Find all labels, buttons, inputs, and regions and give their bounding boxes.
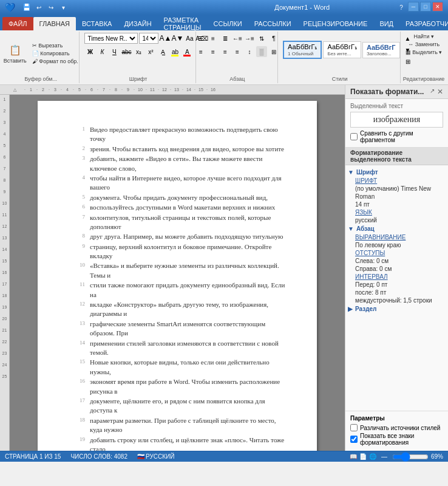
tree-prop-name[interactable]: ШРИФТ <box>355 177 377 184</box>
line-number: 5 <box>74 193 85 202</box>
status-bar: СТРАНИЦА 1 ИЗ 15 ЧИСЛО СЛОВ: 4082 🇷🇺 РУС… <box>0 451 448 462</box>
tab-insert[interactable]: ВСТАВКА <box>76 17 118 30</box>
tab-developer[interactable]: РАЗРАБОТЧИК <box>399 17 448 30</box>
font-color-button[interactable]: А <box>182 46 192 57</box>
bold-button[interactable]: Ж <box>84 46 95 57</box>
tab-home[interactable]: ГЛАВНАЯ <box>33 17 76 30</box>
increase-indent-button[interactable]: →≡ <box>244 33 255 44</box>
line-spacing-button[interactable]: ↕ <box>244 46 255 57</box>
align-left-button[interactable]: ≡ <box>195 46 206 57</box>
align-center-button[interactable]: ≡ <box>208 46 219 57</box>
maximize-button[interactable]: □ <box>420 2 431 12</box>
scroll-content[interactable]: 1Видео предоставляет прекрасную возможно… <box>10 95 345 451</box>
line-number: 16 <box>74 377 85 396</box>
cut-button[interactable]: ✂ Вырезать <box>30 42 81 49</box>
numbering-button[interactable]: ≡ <box>208 33 219 44</box>
sort-button[interactable]: ⇅ <box>256 33 267 44</box>
tree-category-section[interactable]: ▶Раздел <box>345 304 448 313</box>
bullets-button[interactable]: ☰ <box>195 33 206 44</box>
style-no-spacing[interactable]: АаБбВгГ₁ Без инте... <box>323 41 361 58</box>
tab-file[interactable]: ФАЙЛ <box>2 17 33 30</box>
borders-button[interactable]: ⊞ <box>268 46 279 57</box>
style-heading1[interactable]: АаБбВгГ Заголово... <box>362 42 400 58</box>
document-line: 11стили также помогают придать документу… <box>74 281 287 299</box>
editing-group: Найти ▾ ↔ Заменить ▦ Выделить ▾ Редактир… <box>402 32 446 83</box>
view-mode-print[interactable]: 📄 <box>359 453 367 460</box>
decrease-indent-button[interactable]: ←≡ <box>232 33 243 44</box>
highlight-color-button[interactable]: ab <box>169 46 180 57</box>
superscript-button[interactable]: x² <box>145 46 156 57</box>
line-text: Новые кнопки, которые видны, только если… <box>90 358 287 377</box>
line-number: 9 <box>74 242 85 261</box>
help-button[interactable]: ? <box>396 2 407 13</box>
tab-mail[interactable]: РАССЫЛКИ <box>248 17 297 30</box>
line-text: «Вставка» и выберите нужные элементы из … <box>90 261 287 280</box>
tab-design[interactable]: ДИЗАЙН <box>118 17 157 30</box>
zoom-slider[interactable] <box>392 454 429 460</box>
justify-button[interactable]: ≡ <box>232 46 243 57</box>
save-button[interactable] <box>21 2 32 13</box>
show-all-checkbox[interactable]: Показать все знаки форматирования <box>350 433 443 446</box>
italic-button[interactable]: К <box>97 46 107 57</box>
undo-button[interactable]: ↩ <box>33 2 44 13</box>
shading-button[interactable]: ░ <box>256 46 267 57</box>
change-case-button[interactable]: Аа <box>184 33 195 44</box>
increase-font-button[interactable]: A▲ <box>160 33 171 44</box>
tab-layout[interactable]: РАЗМЕТКА СТРАНИЦЫ <box>158 17 208 30</box>
minimize-button[interactable]: ─ <box>408 2 419 12</box>
tree-category-paragraph[interactable]: ▼Абзац <box>345 224 448 233</box>
line-text: применении стилей заголовки изменяются в… <box>90 339 287 358</box>
strikethrough-button[interactable]: abc <box>121 46 132 57</box>
show-marks-button[interactable]: ¶ <box>268 33 279 44</box>
font-size-select[interactable]: 14 <box>139 33 158 44</box>
tree-cat-label: Шрифт <box>356 169 378 176</box>
tree-prop-name[interactable]: ИНТЕРВАЛ <box>355 273 388 280</box>
document-line: 13графические элементы SmartArt изменятс… <box>74 320 287 338</box>
customize-quick-access-button[interactable]: ▾ <box>58 2 69 13</box>
decrease-font-button[interactable]: A▼ <box>172 33 183 44</box>
style-normal[interactable]: АаБбВгГ₁ 1 Обычный <box>283 41 322 59</box>
tree-prop-name[interactable]: ЯЗЫК <box>355 209 372 216</box>
line-number: 2 <box>74 145 85 154</box>
subscript-button[interactable]: x₂ <box>133 46 144 57</box>
formatting-label: Форматирование выделенного текста <box>345 148 448 165</box>
tree-prop-value: междустрочный: 1,5 строки <box>355 297 432 304</box>
underline-button[interactable]: Ч <box>109 46 120 57</box>
redo-button[interactable]: ↪ <box>46 2 56 13</box>
format-painter-button[interactable]: 🖌 Формат по обр. <box>30 58 81 65</box>
select-button[interactable]: ▦ Выделить ▾ <box>403 49 445 56</box>
text-effects-button[interactable]: А̲ <box>157 46 168 57</box>
copy-button[interactable]: 📄 Копировать <box>30 50 81 57</box>
tree-property: ВЫРАВНИВАНИЕ <box>345 233 448 241</box>
tree-prop-name[interactable]: ВЫРАВНИВАНИЕ <box>355 234 406 241</box>
tree-property: (по умолчанию) Times New <box>345 185 448 193</box>
paragraph-group: ☰ ≡ ≣ ←≡ →≡ ⇅ ¶ ≡ ≡ ≡ ≡ ↕ ░ ⊞ Абзац <box>197 32 278 83</box>
tree-prop-name[interactable]: ОТСТУПЫ <box>355 250 385 256</box>
font-name-select[interactable]: Times New R... <box>84 33 138 44</box>
view-mode-web[interactable]: 🌐 <box>369 453 376 460</box>
show-all-checkbox-input[interactable] <box>350 436 358 443</box>
tab-review[interactable]: РЕЦЕНЗИРОВАНИЕ <box>297 17 374 30</box>
replace-button[interactable]: ↔ Заменить <box>406 41 442 48</box>
language-flag: 🇷🇺 <box>137 453 144 460</box>
close-button[interactable]: ✕ <box>432 2 443 12</box>
distinguish-styles-checkbox[interactable]: Различать источники стилей <box>350 424 443 431</box>
compare-checkbox-input[interactable] <box>350 133 358 140</box>
svg-rect-1 <box>25 4 29 6</box>
find-button[interactable]: Найти ▾ <box>412 33 436 40</box>
tree-arrow: ▼ <box>348 225 354 232</box>
panel-resize-button[interactable]: ↗ <box>430 87 435 96</box>
tree-category-font[interactable]: ▼Шрифт <box>345 168 448 177</box>
multilevel-list-button[interactable]: ≣ <box>220 33 231 44</box>
tab-references[interactable]: ССЫЛКИ <box>208 17 248 30</box>
align-right-button[interactable]: ≡ <box>220 46 231 57</box>
panel-close-button[interactable]: ✕ <box>437 87 443 96</box>
document-line: 7колонтитулов, титульной страницы и текс… <box>74 213 287 232</box>
distinguish-checkbox-input[interactable] <box>350 424 358 431</box>
paste-button[interactable]: 📋 Вставить <box>1 42 29 65</box>
tab-view[interactable]: ВИД <box>373 17 399 30</box>
view-mode-read[interactable]: 📖 <box>350 453 357 460</box>
compare-checkbox[interactable]: Сравнить с другим фрагментом <box>350 130 443 143</box>
format-tree: ▼ШрифтШРИФТ(по умолчанию) Times NewRoman… <box>345 165 448 411</box>
document-page[interactable]: 1Видео предоставляет прекрасную возможно… <box>38 101 317 451</box>
